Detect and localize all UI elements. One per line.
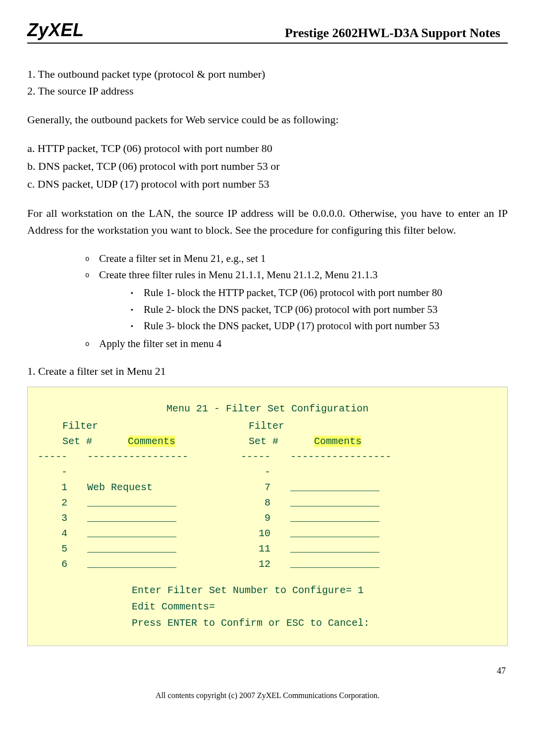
abc-b: b. DNS packet, TCP (06) protocol with po… bbox=[27, 158, 508, 175]
intro-line-1: 1. The outbound packet type (protocol & … bbox=[27, 66, 508, 83]
table-row: 3 _______________ 9 _______________ bbox=[33, 510, 502, 526]
prompt-configure: Enter Filter Set Number to Configure= 1 bbox=[132, 583, 502, 598]
table-row: 5 _______________ 11 _______________ bbox=[33, 541, 502, 556]
sub-bullet-3: Rule 3- block the DNS packet, UDP (17) p… bbox=[144, 318, 508, 335]
paragraph-generally: Generally, the outbound packets for Web … bbox=[27, 111, 508, 128]
h-set-r: Set # bbox=[249, 436, 278, 447]
header-filter-right: Filter bbox=[249, 418, 502, 434]
row-num-r: 12 bbox=[236, 556, 290, 572]
row-num-r: 10 bbox=[236, 526, 290, 541]
table-row: 4 _______________ 10 _______________ bbox=[33, 526, 502, 541]
sub-bullet-2: Rule 2- block the DNS packet, TCP (06) p… bbox=[144, 302, 508, 318]
row-cmt-r: _______________ bbox=[290, 480, 502, 495]
h-comments-l: Comments bbox=[128, 436, 175, 447]
bullet-list: Create a filter set in Menu 21, e.g., se… bbox=[27, 251, 508, 353]
dash-num-l: ------ bbox=[33, 449, 87, 480]
row-num-l: 6 bbox=[33, 556, 87, 572]
bullet-1: Create a filter set in Menu 21, e.g., se… bbox=[99, 251, 508, 267]
page-number: 47 bbox=[27, 666, 508, 676]
row-cmt-r: _______________ bbox=[290, 541, 502, 556]
row-num-l: 4 bbox=[33, 526, 87, 541]
table-row: 6 _______________ 12 _______________ bbox=[33, 556, 502, 572]
row-num-l: 3 bbox=[33, 510, 87, 526]
sub-bullet-2-text: Rule 2- block the DNS packet, TCP (06) p… bbox=[144, 303, 437, 315]
terminal-prompts: Enter Filter Set Number to Configure= 1 … bbox=[33, 583, 502, 631]
sub-bullet-1: Rule 1- block the HTTP packet, TCP (06) … bbox=[144, 285, 508, 302]
h-comments-r: Comments bbox=[314, 436, 362, 447]
row-cmt-l: _______________ bbox=[87, 495, 236, 510]
numbered-intro: 1. The outbound packet type (protocol & … bbox=[27, 66, 508, 100]
page-header: ZyXEL Prestige 2602HWL-D3A Support Notes bbox=[27, 20, 508, 44]
h-set-l: Set # bbox=[62, 436, 92, 447]
row-cmt-l: Web Request bbox=[87, 480, 236, 495]
paragraph-workstation: For all workstation on the LAN, the sour… bbox=[27, 205, 508, 239]
bullet-1-text: Create a filter set in Menu 21, e.g., se… bbox=[99, 252, 266, 264]
bullet-2-text: Create three filter rules in Menu 21.1.1… bbox=[99, 269, 377, 281]
prompt-enter: Press ENTER to Confirm or ESC to Cancel: bbox=[132, 615, 502, 631]
dash-cmt-r: ----------------- bbox=[290, 449, 502, 480]
header-filter-left: Filter bbox=[33, 418, 249, 434]
bullet-3: Apply the filter set in menu 4 bbox=[99, 336, 508, 353]
row-cmt-l: _______________ bbox=[87, 556, 236, 572]
row-cmt-l: _______________ bbox=[87, 526, 236, 541]
sub-bullet-3-text: Rule 3- block the DNS packet, UDP (17) p… bbox=[144, 320, 439, 332]
row-cmt-r: _______________ bbox=[290, 526, 502, 541]
header-setcom-left: Set # Comments bbox=[33, 434, 249, 449]
sub-bullet-1-text: Rule 1- block the HTTP packet, TCP (06) … bbox=[144, 287, 442, 299]
row-cmt-l: _______________ bbox=[87, 541, 236, 556]
terminal-header-set-comments: Set # Comments Set # Comments bbox=[33, 434, 502, 449]
terminal-title: Menu 21 - Filter Set Configuration bbox=[33, 401, 502, 416]
table-row: 2 _______________ 8 _______________ bbox=[33, 495, 502, 510]
row-num-r: 9 bbox=[236, 510, 290, 526]
section-create-filter: 1. Create a filter set in Menu 21 bbox=[27, 363, 508, 380]
abc-c: c. DNS packet, UDP (17) protocol with po… bbox=[27, 176, 508, 193]
row-num-r: 11 bbox=[236, 541, 290, 556]
body-content: 1. The outbound packet type (protocol & … bbox=[27, 66, 508, 380]
table-row: 1 Web Request 7 _______________ bbox=[33, 480, 502, 495]
bullet-2: Create three filter rules in Menu 21.1.1… bbox=[99, 267, 508, 334]
abc-a: a. HTTP packet, TCP (06) protocol with p… bbox=[27, 140, 508, 157]
sub-bullet-list: Rule 1- block the HTTP packet, TCP (06) … bbox=[99, 285, 508, 335]
terminal-header-filter: Filter Filter bbox=[33, 418, 502, 434]
terminal-screen: Menu 21 - Filter Set Configuration Filte… bbox=[27, 387, 508, 646]
logo: ZyXEL bbox=[27, 20, 84, 41]
abc-list: a. HTTP packet, TCP (06) protocol with p… bbox=[27, 140, 508, 193]
row-num-l: 5 bbox=[33, 541, 87, 556]
dash-cmt-l: ----------------- bbox=[87, 449, 236, 480]
row-num-r: 8 bbox=[236, 495, 290, 510]
row-num-l: 2 bbox=[33, 495, 87, 510]
intro-line-2: 2. The source IP address bbox=[27, 83, 508, 100]
header-setcom-right: Set # Comments bbox=[249, 434, 502, 449]
dash-num-r: ------ bbox=[236, 449, 290, 480]
terminal-dashes: ------ ----------------- ------ --------… bbox=[33, 449, 502, 480]
row-cmt-r: _______________ bbox=[290, 556, 502, 572]
bullet-3-text: Apply the filter set in menu 4 bbox=[99, 338, 221, 350]
footer-copyright: All contents copyright (c) 2007 ZyXEL Co… bbox=[27, 691, 508, 700]
document-title: Prestige 2602HWL-D3A Support Notes bbox=[285, 26, 508, 41]
row-cmt-r: _______________ bbox=[290, 495, 502, 510]
row-cmt-l: _______________ bbox=[87, 510, 236, 526]
row-cmt-r: _______________ bbox=[290, 510, 502, 526]
row-num-r: 7 bbox=[236, 480, 290, 495]
prompt-edit: Edit Comments= bbox=[132, 599, 502, 614]
row-num-l: 1 bbox=[33, 480, 87, 495]
